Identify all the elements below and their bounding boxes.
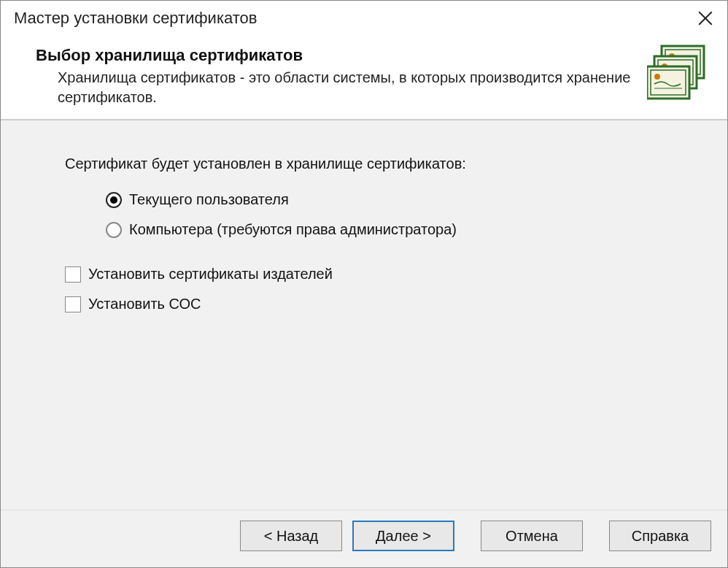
radio-label: Текущего пользователя: [129, 191, 289, 208]
next-button[interactable]: Далее >: [352, 521, 454, 551]
radio-icon: [106, 222, 122, 238]
radio-computer[interactable]: Компьютера (требуются права администрато…: [106, 221, 684, 238]
svg-point-10: [654, 74, 660, 80]
content-intro: Сертификат будет установлен в хранилище …: [65, 156, 684, 172]
window-title: Мастер установки сертификатов: [14, 9, 257, 28]
wizard-header-title: Выбор хранилища сертификатов: [36, 46, 632, 65]
certificates-icon: [647, 43, 711, 100]
radio-dot-icon: [110, 196, 117, 204]
cancel-button[interactable]: Отмена: [481, 521, 583, 551]
wizard-header-text: Выбор хранилища сертификатов Хранилища с…: [36, 46, 647, 107]
store-radio-group: Текущего пользователя Компьютера (требую…: [65, 191, 684, 238]
checkbox-install-crl[interactable]: Установить СОС: [65, 296, 684, 312]
wizard-footer: < Назад Далее > Отмена Справка: [1, 510, 727, 567]
back-button[interactable]: < Назад: [240, 521, 342, 551]
radio-label: Компьютера (требуются права администрато…: [129, 221, 457, 238]
wizard-content: Сертификат будет установлен в хранилище …: [1, 120, 727, 510]
checkbox-icon: [65, 296, 81, 312]
checkbox-label: Установить сертификаты издателей: [88, 266, 333, 283]
wizard-header: Выбор хранилища сертификатов Хранилища с…: [1, 36, 727, 120]
close-icon: [698, 11, 713, 26]
titlebar: Мастер установки сертификатов: [1, 1, 727, 36]
close-button[interactable]: [692, 5, 719, 31]
radio-current-user[interactable]: Текущего пользователя: [106, 191, 684, 208]
wizard-header-desc: Хранилища сертификатов - это области сис…: [36, 68, 632, 107]
checkbox-icon: [65, 266, 81, 283]
help-button[interactable]: Справка: [609, 521, 711, 551]
checkbox-label: Установить СОС: [88, 296, 201, 312]
wizard-window: Мастер установки сертификатов Выбор хран…: [0, 0, 728, 568]
svg-rect-8: [647, 66, 689, 99]
checkbox-install-publisher-certs[interactable]: Установить сертификаты издателей: [65, 266, 684, 283]
radio-icon: [106, 192, 122, 208]
